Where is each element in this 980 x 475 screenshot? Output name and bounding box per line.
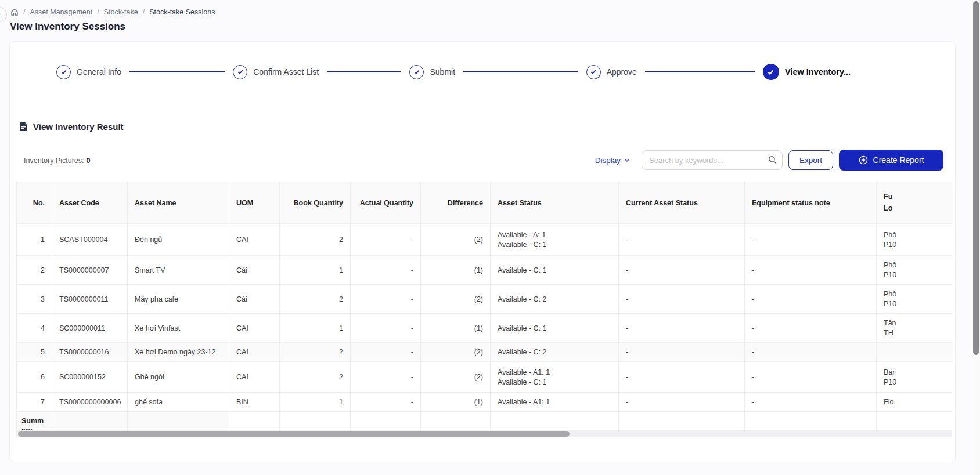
step-general-info[interactable]: General Info — [56, 65, 233, 79]
cell-uom: CAI — [229, 362, 280, 393]
cell-actual-qty: - — [351, 256, 421, 285]
step-connector — [129, 71, 225, 72]
cell-book-qty: 2 — [280, 285, 351, 314]
step-view-inventory[interactable]: View Inventory... — [763, 64, 851, 80]
cell-line: Available - A1: 1 — [498, 368, 611, 376]
display-dropdown[interactable]: Display — [595, 156, 630, 165]
cell-book-qty: 2 — [280, 224, 351, 256]
cell-current-asset-status: - — [619, 343, 745, 362]
cell-asset-name: Đèn ngủ — [128, 224, 229, 256]
cell-asset-code: SCAST000004 — [52, 224, 128, 256]
breadcrumb-separator: / — [143, 8, 145, 16]
cell-asset-status: Available - C: 1 — [491, 256, 619, 285]
step-approve[interactable]: Approve — [586, 65, 763, 79]
cell-actual-qty: - — [351, 362, 421, 393]
step-confirm-asset-list[interactable]: Confirm Asset List — [233, 65, 409, 79]
cell-difference: (2) — [421, 285, 491, 314]
table-row: 1SCAST000004Đèn ngủCAI2-(2)Available - A… — [17, 224, 953, 256]
breadcrumb-separator: / — [23, 8, 25, 16]
cell-line: Available - A: 1 — [498, 231, 611, 239]
cell-difference: (1) — [421, 393, 491, 412]
cell-actual-qty: - — [351, 224, 421, 256]
home-icon[interactable] — [10, 8, 19, 16]
check-circle-icon — [56, 65, 71, 79]
wizard-stepper: General Info Confirm Asset List Submit A… — [56, 64, 851, 80]
cell-asset-status: Available - C: 2 — [491, 343, 619, 362]
cell-asset-status: Available - C: 2 — [491, 285, 619, 314]
check-circle-icon — [409, 65, 424, 79]
cell-no: 1 — [17, 224, 52, 256]
horizontal-scrollbar — [16, 430, 952, 437]
cell-current-asset-status: - — [619, 285, 745, 314]
column-header: Actual Quantity — [351, 182, 421, 224]
cell-actual-qty: - — [351, 393, 421, 412]
cell-actual-qty: - — [351, 285, 421, 314]
cell-location: PhòP10 — [877, 285, 953, 314]
inventory-table: No.Asset CodeAsset NameUOMBook QuantityA… — [16, 182, 953, 437]
step-connector — [327, 71, 401, 72]
document-icon — [19, 122, 28, 132]
cell-line: P10 — [884, 300, 946, 308]
cell-equipment-status-note: - — [745, 256, 877, 285]
cell-equipment-status-note: - — [745, 224, 877, 256]
cell-equipment-status-note: - — [745, 343, 877, 362]
vertical-scrollbar-thumb[interactable] — [973, 1, 979, 355]
cell-equipment-status-note: - — [745, 362, 877, 393]
export-button[interactable]: Export — [788, 150, 833, 170]
cell-location: PhòP10 — [877, 224, 953, 256]
cell-current-asset-status: - — [619, 224, 745, 256]
inventory-pictures-count: 0 — [87, 157, 91, 165]
cell-line: Available - C: 1 — [498, 266, 611, 274]
step-submit[interactable]: Submit — [409, 65, 586, 79]
step-label: Confirm Asset List — [253, 67, 319, 77]
check-circle-icon — [586, 65, 601, 79]
inventory-pictures-label: Inventory Pictures: — [24, 157, 84, 165]
cell-asset-code: TS0000000011 — [52, 285, 128, 314]
cell-current-asset-status: - — [619, 256, 745, 285]
horizontal-scrollbar-thumb[interactable] — [18, 431, 570, 437]
cell-book-qty: 1 — [280, 256, 351, 285]
cell-asset-status: Available - A1: 1Available - C: 1 — [491, 362, 619, 393]
search-box — [642, 150, 783, 170]
column-header: Current Asset Status — [619, 182, 745, 224]
cell-asset-code: TS0000000007 — [52, 256, 128, 285]
breadcrumb-separator: / — [97, 8, 99, 16]
cell-current-asset-status: - — [619, 393, 745, 412]
search-input[interactable] — [642, 150, 783, 170]
cell-book-qty: 1 — [280, 393, 351, 412]
cell-line: P10 — [884, 378, 946, 386]
cell-line: TH- — [884, 329, 946, 337]
cell-location — [877, 343, 953, 362]
back-button[interactable]: ‹ — [0, 7, 7, 22]
step-label: View Inventory... — [785, 67, 851, 77]
search-icon[interactable] — [768, 155, 777, 164]
chevron-down-icon — [624, 158, 630, 162]
table-header-row: No.Asset CodeAsset NameUOMBook QuantityA… — [17, 182, 953, 224]
column-header: No. — [17, 182, 52, 224]
cell-uom: BIN — [229, 393, 280, 412]
cell-location: TầnTH- — [877, 314, 953, 343]
cell-line: Available - C: 1 — [498, 241, 611, 249]
display-label: Display — [595, 156, 621, 165]
cell-book-qty: 1 — [280, 314, 351, 343]
check-circle-icon — [233, 65, 247, 79]
breadcrumb-stock-take[interactable]: Stock-take — [104, 8, 138, 16]
section-title: View Inventory Result — [19, 122, 124, 132]
cell-asset-code: TS0000000000006 — [52, 393, 128, 412]
cell-asset-name: Smart TV — [128, 256, 229, 285]
cell-location: Flo — [877, 393, 953, 412]
column-header: Asset Name — [128, 182, 229, 224]
cell-line: P10 — [884, 271, 946, 279]
column-header: Asset Status — [491, 182, 619, 224]
cell-uom: Cái — [229, 256, 280, 285]
step-connector — [645, 71, 755, 72]
cell-line: Available - C: 1 — [498, 324, 611, 332]
cell-line: Available - C: 1 — [498, 378, 611, 386]
breadcrumb-asset-management[interactable]: Asset Management — [30, 8, 92, 16]
step-label: Approve — [607, 67, 637, 77]
chevron-left-icon: ‹ — [0, 10, 1, 20]
cell-equipment-status-note: - — [745, 314, 877, 343]
create-report-button[interactable]: Create Report — [839, 150, 943, 171]
vertical-scrollbar — [971, 0, 980, 475]
breadcrumb-stock-take-sessions: Stock-take Sessions — [149, 8, 215, 16]
